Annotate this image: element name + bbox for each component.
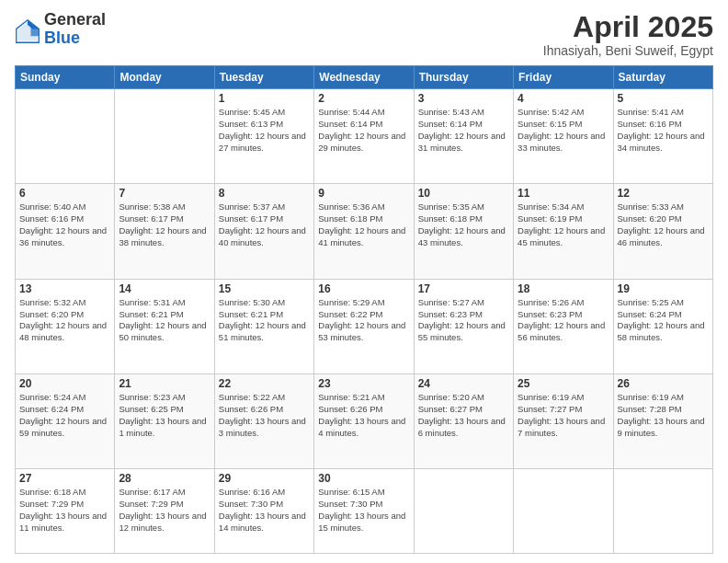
- table-row: 29Sunrise: 6:16 AM Sunset: 7:30 PM Dayli…: [214, 469, 313, 554]
- day-number: 15: [219, 282, 310, 295]
- table-row: 12Sunrise: 5:33 AM Sunset: 6:20 PM Dayli…: [613, 184, 712, 279]
- day-number: 23: [318, 377, 409, 390]
- calendar-header-row: Sunday Monday Tuesday Wednesday Thursday…: [16, 66, 713, 89]
- table-row: 16Sunrise: 5:29 AM Sunset: 6:22 PM Dayli…: [314, 279, 414, 373]
- day-number: 8: [219, 187, 310, 200]
- calendar-location: Ihnasiyah, Beni Suweif, Egypt: [543, 43, 713, 58]
- day-info: Sunrise: 5:41 AM Sunset: 6:16 PM Dayligh…: [618, 107, 709, 154]
- table-row: 24Sunrise: 5:20 AM Sunset: 6:27 PM Dayli…: [414, 374, 513, 469]
- table-row: 2Sunrise: 5:44 AM Sunset: 6:14 PM Daylig…: [314, 89, 414, 184]
- day-info: Sunrise: 6:18 AM Sunset: 7:29 PM Dayligh…: [19, 487, 110, 534]
- day-info: Sunrise: 6:19 AM Sunset: 7:28 PM Dayligh…: [618, 392, 709, 439]
- header: General Blue April 2025 Ihnasiyah, Beni …: [15, 11, 713, 58]
- day-info: Sunrise: 5:27 AM Sunset: 6:23 PM Dayligh…: [418, 297, 509, 344]
- day-info: Sunrise: 5:30 AM Sunset: 6:21 PM Dayligh…: [219, 297, 310, 344]
- table-row: 27Sunrise: 6:18 AM Sunset: 7:29 PM Dayli…: [16, 469, 115, 554]
- day-number: 1: [219, 92, 310, 105]
- table-row: [613, 469, 712, 554]
- col-sunday: Sunday: [16, 66, 115, 89]
- day-info: Sunrise: 5:32 AM Sunset: 6:20 PM Dayligh…: [19, 297, 110, 344]
- day-number: 13: [19, 282, 110, 295]
- col-wednesday: Wednesday: [314, 66, 414, 89]
- day-info: Sunrise: 5:21 AM Sunset: 6:26 PM Dayligh…: [318, 392, 409, 439]
- day-info: Sunrise: 5:23 AM Sunset: 6:25 PM Dayligh…: [119, 392, 210, 439]
- table-row: 10Sunrise: 5:35 AM Sunset: 6:18 PM Dayli…: [414, 184, 513, 279]
- table-row: 23Sunrise: 5:21 AM Sunset: 6:26 PM Dayli…: [314, 374, 414, 469]
- day-info: Sunrise: 5:33 AM Sunset: 6:20 PM Dayligh…: [618, 201, 709, 248]
- day-info: Sunrise: 5:38 AM Sunset: 6:17 PM Dayligh…: [119, 201, 210, 248]
- col-saturday: Saturday: [613, 66, 712, 89]
- col-monday: Monday: [115, 66, 214, 89]
- day-number: 10: [418, 187, 509, 200]
- day-info: Sunrise: 6:15 AM Sunset: 7:30 PM Dayligh…: [318, 487, 409, 534]
- day-number: 18: [518, 282, 609, 295]
- day-info: Sunrise: 6:19 AM Sunset: 7:27 PM Dayligh…: [518, 392, 609, 439]
- table-row: 15Sunrise: 5:30 AM Sunset: 6:21 PM Dayli…: [214, 279, 313, 373]
- day-info: Sunrise: 6:17 AM Sunset: 7:29 PM Dayligh…: [119, 487, 210, 534]
- table-row: 19Sunrise: 5:25 AM Sunset: 6:24 PM Dayli…: [613, 279, 712, 373]
- day-info: Sunrise: 5:25 AM Sunset: 6:24 PM Dayligh…: [618, 297, 709, 344]
- day-number: 17: [418, 282, 509, 295]
- day-number: 16: [318, 282, 409, 295]
- day-info: Sunrise: 5:37 AM Sunset: 6:17 PM Dayligh…: [219, 201, 310, 248]
- table-row: [514, 469, 613, 554]
- day-number: 27: [19, 472, 110, 485]
- table-row: 28Sunrise: 6:17 AM Sunset: 7:29 PM Dayli…: [115, 469, 214, 554]
- logo-icon: [15, 18, 40, 44]
- table-row: 11Sunrise: 5:34 AM Sunset: 6:19 PM Dayli…: [514, 184, 613, 279]
- day-info: Sunrise: 5:45 AM Sunset: 6:13 PM Dayligh…: [219, 107, 310, 154]
- day-info: Sunrise: 5:29 AM Sunset: 6:22 PM Dayligh…: [318, 297, 409, 344]
- day-number: 21: [119, 377, 210, 390]
- table-row: 21Sunrise: 5:23 AM Sunset: 6:25 PM Dayli…: [115, 374, 214, 469]
- day-number: 11: [518, 187, 609, 200]
- table-row: 6Sunrise: 5:40 AM Sunset: 6:16 PM Daylig…: [16, 184, 115, 279]
- day-number: 24: [418, 377, 509, 390]
- day-info: Sunrise: 5:43 AM Sunset: 6:14 PM Dayligh…: [418, 107, 509, 154]
- day-number: 4: [518, 92, 609, 105]
- col-tuesday: Tuesday: [214, 66, 313, 89]
- day-number: 7: [119, 187, 210, 200]
- day-number: 22: [219, 377, 310, 390]
- day-number: 19: [618, 282, 709, 295]
- table-row: 20Sunrise: 5:24 AM Sunset: 6:24 PM Dayli…: [16, 374, 115, 469]
- day-info: Sunrise: 5:35 AM Sunset: 6:18 PM Dayligh…: [418, 201, 509, 248]
- page: General Blue April 2025 Ihnasiyah, Beni …: [0, 0, 728, 563]
- day-number: 29: [219, 472, 310, 485]
- table-row: 14Sunrise: 5:31 AM Sunset: 6:21 PM Dayli…: [115, 279, 214, 373]
- logo: General Blue: [15, 11, 106, 48]
- calendar-title: April 2025: [543, 11, 713, 43]
- day-info: Sunrise: 5:34 AM Sunset: 6:19 PM Dayligh…: [518, 201, 609, 248]
- table-row: 13Sunrise: 5:32 AM Sunset: 6:20 PM Dayli…: [16, 279, 115, 373]
- table-row: 3Sunrise: 5:43 AM Sunset: 6:14 PM Daylig…: [414, 89, 513, 184]
- day-info: Sunrise: 6:16 AM Sunset: 7:30 PM Dayligh…: [219, 487, 310, 534]
- table-row: 22Sunrise: 5:22 AM Sunset: 6:26 PM Dayli…: [214, 374, 313, 469]
- col-thursday: Thursday: [414, 66, 513, 89]
- table-row: 30Sunrise: 6:15 AM Sunset: 7:30 PM Dayli…: [314, 469, 414, 554]
- day-number: 30: [318, 472, 409, 485]
- day-info: Sunrise: 5:40 AM Sunset: 6:16 PM Dayligh…: [19, 201, 110, 248]
- table-row: 7Sunrise: 5:38 AM Sunset: 6:17 PM Daylig…: [115, 184, 214, 279]
- day-info: Sunrise: 5:22 AM Sunset: 6:26 PM Dayligh…: [219, 392, 310, 439]
- day-info: Sunrise: 5:42 AM Sunset: 6:15 PM Dayligh…: [518, 107, 609, 154]
- col-friday: Friday: [514, 66, 613, 89]
- table-row: 26Sunrise: 6:19 AM Sunset: 7:28 PM Dayli…: [613, 374, 712, 469]
- day-info: Sunrise: 5:26 AM Sunset: 6:23 PM Dayligh…: [518, 297, 609, 344]
- day-number: 26: [618, 377, 709, 390]
- table-row: 8Sunrise: 5:37 AM Sunset: 6:17 PM Daylig…: [214, 184, 313, 279]
- logo-text: General Blue: [44, 11, 106, 48]
- day-info: Sunrise: 5:24 AM Sunset: 6:24 PM Dayligh…: [19, 392, 110, 439]
- day-number: 25: [518, 377, 609, 390]
- day-number: 12: [618, 187, 709, 200]
- table-row: 9Sunrise: 5:36 AM Sunset: 6:18 PM Daylig…: [314, 184, 414, 279]
- table-row: [115, 89, 214, 184]
- logo-blue-text: Blue: [44, 29, 106, 48]
- day-number: 9: [318, 187, 409, 200]
- logo-general-text: General: [44, 11, 106, 29]
- day-number: 20: [19, 377, 110, 390]
- table-row: [16, 89, 115, 184]
- day-info: Sunrise: 5:20 AM Sunset: 6:27 PM Dayligh…: [418, 392, 509, 439]
- calendar-table: Sunday Monday Tuesday Wednesday Thursday…: [15, 65, 713, 554]
- day-number: 6: [19, 187, 110, 200]
- table-row: 17Sunrise: 5:27 AM Sunset: 6:23 PM Dayli…: [414, 279, 513, 373]
- day-info: Sunrise: 5:31 AM Sunset: 6:21 PM Dayligh…: [119, 297, 210, 344]
